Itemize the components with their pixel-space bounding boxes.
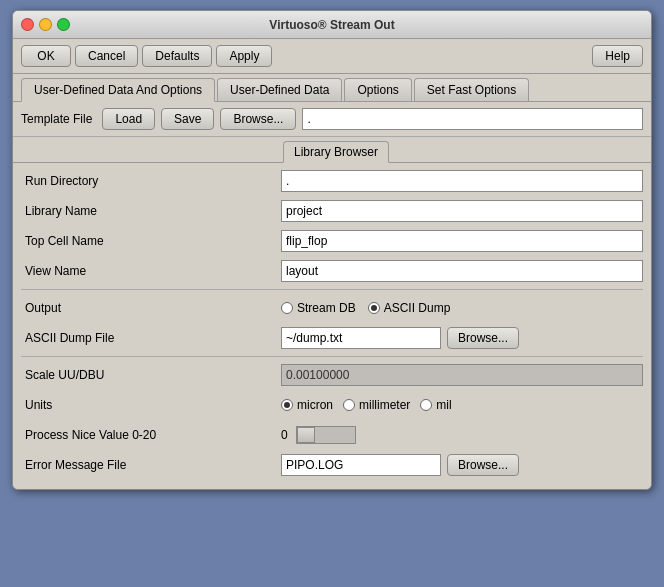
main-tabs: User-Defined Data And Options User-Defin… [13, 74, 651, 102]
nice-value-display: 0 [281, 428, 288, 442]
content-area: Library Browser Run Directory Library Na… [13, 137, 651, 489]
tab-user-defined-data-and-options[interactable]: User-Defined Data And Options [21, 78, 215, 102]
ascii-dump-label: ASCII Dump [384, 301, 451, 315]
scale-input [281, 364, 643, 386]
main-toolbar: OK Cancel Defaults Apply Help [13, 39, 651, 74]
units-row: Units micron millimeter mil [21, 393, 643, 417]
output-label: Output [21, 301, 281, 315]
template-file-input[interactable] [302, 108, 643, 130]
library-name-input[interactable] [281, 200, 643, 222]
template-file-label: Template File [21, 112, 92, 126]
micron-radio[interactable]: micron [281, 398, 333, 412]
load-button[interactable]: Load [102, 108, 155, 130]
browse-ascii-button[interactable]: Browse... [447, 327, 519, 349]
run-directory-label: Run Directory [21, 174, 281, 188]
run-directory-row: Run Directory [21, 169, 643, 193]
micron-label: micron [297, 398, 333, 412]
ascii-dump-file-label: ASCII Dump File [21, 331, 281, 345]
ascii-dump-radio[interactable]: ASCII Dump [368, 301, 451, 315]
nice-value-slider[interactable] [296, 426, 356, 444]
scale-row: Scale UU/DBU [21, 363, 643, 387]
nice-slider-thumb [297, 427, 315, 443]
save-button[interactable]: Save [161, 108, 214, 130]
ok-button[interactable]: OK [21, 45, 71, 67]
units-radio-group: micron millimeter mil [281, 398, 452, 412]
divider2 [21, 356, 643, 357]
error-message-label: Error Message File [21, 458, 281, 472]
traffic-lights [21, 18, 70, 31]
mil-radio[interactable]: mil [420, 398, 451, 412]
library-name-row: Library Name [21, 199, 643, 223]
top-cell-name-row: Top Cell Name [21, 229, 643, 253]
stream-db-radio-circle[interactable] [281, 302, 293, 314]
mil-radio-circle[interactable] [420, 399, 432, 411]
maximize-button[interactable] [57, 18, 70, 31]
stream-db-radio[interactable]: Stream DB [281, 301, 356, 315]
minimize-button[interactable] [39, 18, 52, 31]
browse-template-button[interactable]: Browse... [220, 108, 296, 130]
micron-radio-circle[interactable] [281, 399, 293, 411]
top-cell-name-label: Top Cell Name [21, 234, 281, 248]
defaults-button[interactable]: Defaults [142, 45, 212, 67]
cancel-button[interactable]: Cancel [75, 45, 138, 67]
stream-db-label: Stream DB [297, 301, 356, 315]
mil-label: mil [436, 398, 451, 412]
view-name-row: View Name [21, 259, 643, 283]
millimeter-radio-circle[interactable] [343, 399, 355, 411]
millimeter-radio[interactable]: millimeter [343, 398, 410, 412]
units-label: Units [21, 398, 281, 412]
window-title: Virtuoso® Stream Out [269, 18, 394, 32]
output-row: Output Stream DB ASCII Dump [21, 296, 643, 320]
top-cell-name-input[interactable] [281, 230, 643, 252]
nice-value-row: Process Nice Value 0-20 0 [21, 423, 643, 447]
tab-options[interactable]: Options [344, 78, 411, 101]
ascii-dump-radio-dot [371, 305, 377, 311]
micron-radio-dot [284, 402, 290, 408]
close-button[interactable] [21, 18, 34, 31]
browse-error-button[interactable]: Browse... [447, 454, 519, 476]
view-name-input[interactable] [281, 260, 643, 282]
view-name-label: View Name [21, 264, 281, 278]
run-directory-input[interactable] [281, 170, 643, 192]
apply-button[interactable]: Apply [216, 45, 272, 67]
ascii-dump-radio-circle[interactable] [368, 302, 380, 314]
error-message-row: Error Message File Browse... [21, 453, 643, 477]
template-file-bar: Template File Load Save Browse... [13, 102, 651, 137]
form-area: Run Directory Library Name Top Cell Name… [13, 162, 651, 489]
library-name-label: Library Name [21, 204, 281, 218]
output-radio-group: Stream DB ASCII Dump [281, 301, 450, 315]
nice-value-box: 0 [281, 426, 356, 444]
millimeter-label: millimeter [359, 398, 410, 412]
nice-value-label: Process Nice Value 0-20 [21, 428, 281, 442]
ascii-dump-file-input[interactable] [281, 327, 441, 349]
ascii-dump-file-row: ASCII Dump File Browse... [21, 326, 643, 350]
scale-label: Scale UU/DBU [21, 368, 281, 382]
divider1 [21, 289, 643, 290]
tab-set-fast-options[interactable]: Set Fast Options [414, 78, 529, 101]
library-browser-tab[interactable]: Library Browser [283, 141, 389, 163]
error-message-input[interactable] [281, 454, 441, 476]
help-button[interactable]: Help [592, 45, 643, 67]
title-bar: Virtuoso® Stream Out [13, 11, 651, 39]
tab-user-defined-data[interactable]: User-Defined Data [217, 78, 342, 101]
